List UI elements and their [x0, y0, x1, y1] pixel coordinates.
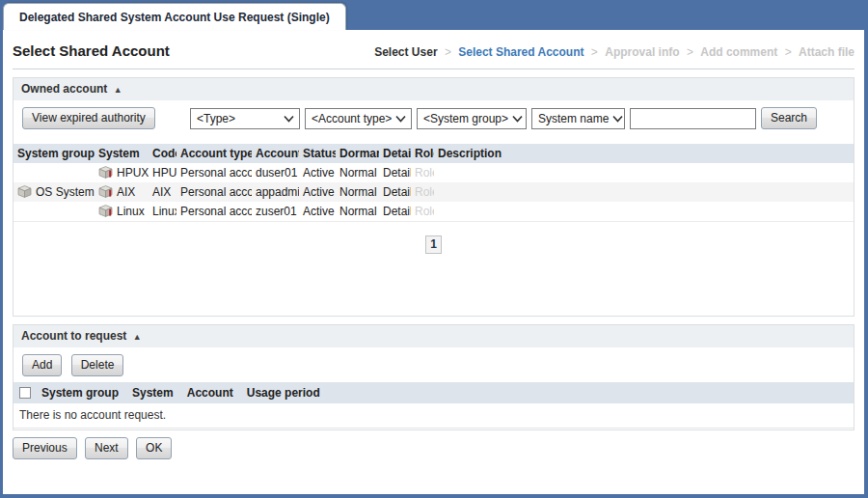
delete-button[interactable]: Delete [71, 354, 124, 376]
collapse-arrow-icon: ▲ [133, 332, 142, 342]
tab-bar: Delegated Shared System Account Use Requ… [3, 0, 864, 30]
ok-button[interactable]: OK [136, 437, 172, 459]
type-select[interactable]: <Type> [190, 108, 300, 129]
owned-account-section-header[interactable]: Owned account ▲ [14, 78, 854, 100]
request-table-header-row: System group System Account Usage period [14, 382, 854, 403]
breadcrumb-separator: > [785, 45, 792, 59]
chevron-down-icon [284, 115, 294, 123]
cell-code: HPUX [149, 163, 176, 182]
cell-system: HPUX [95, 163, 149, 182]
breadcrumb: Select User > Select Shared Account > Ap… [374, 45, 854, 59]
cell-system: AIX [95, 182, 149, 202]
role-link-disabled: Role [415, 205, 434, 218]
add-button[interactable]: Add [22, 354, 62, 376]
chevron-down-icon [612, 115, 623, 123]
column-header-details[interactable]: Details [379, 144, 411, 163]
owned-account-section-title: Owned account [21, 82, 107, 96]
system-group-select[interactable]: <System group> [417, 108, 527, 129]
cell-account: zuser01 [252, 202, 299, 222]
title-row: Select Shared Account Select User > Sele… [13, 42, 854, 59]
column-header-account-type[interactable]: Account type [176, 144, 252, 163]
cell-status: Active [299, 202, 336, 222]
account-to-request-section-header[interactable]: Account to request ▲ [14, 325, 854, 347]
owned-account-panel: Owned account ▲ View expired authority <… [13, 77, 854, 317]
column-header-system: System [132, 386, 174, 400]
account-type-select[interactable]: <Account type> [305, 108, 412, 129]
breadcrumb-step-select-shared-account[interactable]: Select Shared Account [458, 45, 583, 59]
details-link[interactable]: Details [383, 185, 411, 199]
footer-buttons: Previous Next OK [13, 437, 854, 459]
owned-table-header-row: System group▲ System Code Account type A… [14, 144, 854, 163]
search-field-select[interactable]: System name [531, 108, 625, 129]
request-toolbar: Add Delete [14, 347, 854, 382]
column-header-account[interactable]: Account [252, 144, 299, 163]
column-header-code[interactable]: Code [149, 144, 176, 163]
page-content: Select Shared Account Select User > Sele… [3, 30, 864, 494]
cell-account: appadmin [252, 182, 299, 202]
cell-account-type: Personal account [176, 182, 252, 202]
table-row[interactable]: Linux Linux Personal account zuser01 Act… [14, 202, 854, 222]
empty-message: There is no account request. [14, 403, 854, 429]
search-field-select-value: System name [538, 112, 609, 125]
breadcrumb-step-approval-info: Approval info [605, 45, 679, 59]
cell-account: duser01 [252, 163, 299, 182]
column-header-role[interactable]: Role [411, 144, 434, 163]
cell-description [434, 182, 854, 202]
system-group-icon [17, 185, 32, 198]
breadcrumb-step-add-comment: Add comment [700, 45, 777, 59]
cell-code: AIX [149, 182, 176, 202]
search-button[interactable]: Search [761, 107, 817, 129]
chevron-down-icon [395, 115, 406, 123]
role-link-disabled: Role [415, 185, 434, 199]
page-number-current[interactable]: 1 [425, 235, 442, 254]
server-icon [98, 205, 113, 217]
view-expired-authority-button[interactable]: View expired authority [22, 107, 155, 129]
pagination: 1 [14, 235, 854, 254]
cell-dormant: Normal [336, 182, 379, 202]
window-frame: Delegated Shared System Account Use Requ… [0, 0, 868, 498]
breadcrumb-separator: > [445, 45, 451, 59]
column-header-account: Account [187, 386, 233, 400]
cell-system-group [14, 202, 95, 222]
column-header-status[interactable]: Status [299, 144, 336, 163]
cell-description [434, 163, 854, 182]
tab-delegated-shared-request[interactable]: Delegated Shared System Account Use Requ… [3, 3, 346, 30]
cell-status: Active [299, 182, 336, 202]
table-row[interactable]: OS System AIX AIX Personal account appad… [14, 182, 854, 202]
cell-status: Active [299, 163, 336, 182]
details-link[interactable]: Details [383, 166, 411, 180]
select-all-checkbox[interactable] [19, 387, 31, 399]
cell-account-type: Personal account [176, 163, 252, 182]
owned-account-table: System group▲ System Code Account type A… [14, 144, 854, 222]
cell-system: Linux [95, 202, 149, 222]
cell-account-type: Personal account [176, 202, 252, 222]
column-header-system-group: System group [41, 386, 119, 400]
chevron-down-icon [512, 115, 523, 123]
column-header-system[interactable]: System [95, 144, 149, 163]
column-header-description[interactable]: Description [434, 144, 854, 163]
previous-button[interactable]: Previous [13, 437, 77, 459]
server-icon [98, 166, 113, 179]
breadcrumb-step-select-user[interactable]: Select User [374, 45, 437, 59]
collapse-arrow-icon: ▲ [114, 85, 122, 95]
cell-system-group: OS System [14, 182, 95, 202]
column-header-dormant[interactable]: Dormant [336, 144, 379, 163]
table-row[interactable]: HPUX HPUX Personal account duser01 Activ… [14, 163, 854, 182]
account-type-select-value: <Account type> [312, 112, 392, 125]
tab-label: Delegated Shared System Account Use Requ… [19, 11, 330, 24]
account-to-request-panel: Account to request ▲ Add Delete System g… [13, 324, 854, 430]
account-to-request-section-title: Account to request [21, 329, 126, 343]
next-button[interactable]: Next [85, 437, 128, 459]
column-header-usage-period: Usage period [247, 386, 320, 400]
cell-system-group [14, 163, 95, 182]
cell-dormant: Normal [336, 202, 379, 222]
search-input[interactable] [630, 108, 756, 129]
cell-description [434, 202, 854, 222]
breadcrumb-separator: > [687, 45, 693, 59]
server-icon [98, 185, 113, 198]
details-link[interactable]: Details [383, 205, 411, 218]
column-header-system-group[interactable]: System group▲ [14, 144, 95, 163]
role-link-disabled: Role [415, 166, 434, 180]
page-title: Select Shared Account [13, 42, 170, 59]
owned-account-toolbar: View expired authority <Type> <Account t… [14, 100, 854, 135]
